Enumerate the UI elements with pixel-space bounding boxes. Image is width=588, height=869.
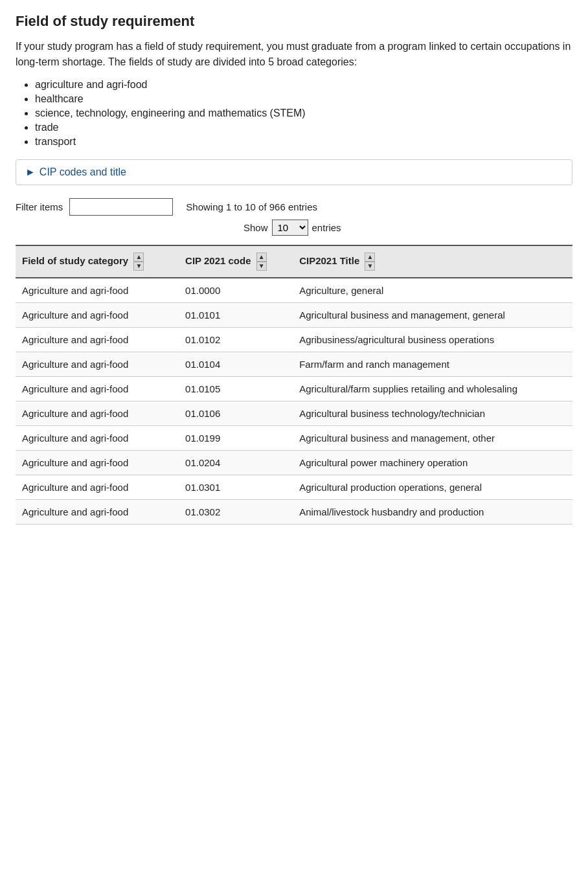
category-item: healthcare — [35, 93, 572, 105]
cell-study-category: Agriculture and agri-food — [16, 426, 179, 451]
cell-study-category: Agriculture and agri-food — [16, 377, 179, 401]
table-row: Agriculture and agri-food01.0102Agribusi… — [16, 328, 572, 352]
cell-cip-code: 01.0000 — [179, 278, 293, 303]
col-header-study-category: Field of study category ▲ ▼ — [16, 245, 179, 278]
entries-per-page-select[interactable]: 102550100 — [272, 220, 308, 236]
cell-study-category: Agriculture and agri-food — [16, 352, 179, 377]
category-item: transport — [35, 136, 572, 148]
cell-study-category: Agriculture and agri-food — [16, 328, 179, 352]
sort-desc-icon[interactable]: ▼ — [365, 262, 375, 271]
col-header-cip-title: CIP2021 Title ▲ ▼ — [293, 245, 572, 278]
cell-cip-title: Agricultural power machinery operation — [293, 451, 572, 475]
categories-list: agriculture and agri-foodhealthcarescien… — [35, 79, 572, 148]
table-row: Agriculture and agri-food01.0199Agricult… — [16, 426, 572, 451]
table-row: Agriculture and agri-food01.0105Agricult… — [16, 377, 572, 401]
cell-cip-code: 01.0301 — [179, 475, 293, 500]
showing-text: Showing 1 to 10 of 966 entries — [186, 201, 317, 212]
cell-cip-code: 01.0105 — [179, 377, 293, 401]
accordion-label: CIP codes and title — [40, 166, 126, 178]
table-row: Agriculture and agri-food01.0106Agricult… — [16, 401, 572, 426]
cell-study-category: Agriculture and agri-food — [16, 500, 179, 525]
show-label: Show — [243, 222, 268, 233]
table-row: Agriculture and agri-food01.0101Agricult… — [16, 303, 572, 328]
category-item: agriculture and agri-food — [35, 79, 572, 91]
cell-cip-title: Agricultural/farm supplies retailing and… — [293, 377, 572, 401]
cell-study-category: Agriculture and agri-food — [16, 303, 179, 328]
sort-asc-icon[interactable]: ▲ — [133, 253, 144, 262]
cip-accordion[interactable]: ► CIP codes and title — [16, 159, 572, 185]
cell-cip-title: Agricultural business and management, ge… — [293, 303, 572, 328]
cell-cip-code: 01.0106 — [179, 401, 293, 426]
intro-text: If your study program has a field of stu… — [16, 39, 572, 70]
cell-cip-title: Animal/livestock husbandry and productio… — [293, 500, 572, 525]
sort-cip-title[interactable]: ▲ ▼ — [365, 253, 375, 271]
cell-cip-title: Agriculture, general — [293, 278, 572, 303]
table-row: Agriculture and agri-food01.0301Agricult… — [16, 475, 572, 500]
cell-study-category: Agriculture and agri-food — [16, 278, 179, 303]
cell-cip-code: 01.0204 — [179, 451, 293, 475]
sort-asc-icon[interactable]: ▲ — [256, 253, 267, 262]
table-row: Agriculture and agri-food01.0204Agricult… — [16, 451, 572, 475]
table-row: Agriculture and agri-food01.0104Farm/far… — [16, 352, 572, 377]
cell-cip-title: Agricultural business and management, ot… — [293, 426, 572, 451]
cell-cip-code: 01.0199 — [179, 426, 293, 451]
cell-cip-code: 01.0302 — [179, 500, 293, 525]
category-item: trade — [35, 122, 572, 133]
cell-cip-title: Agricultural business technology/technic… — [293, 401, 572, 426]
sort-desc-icon[interactable]: ▼ — [133, 262, 144, 271]
cell-study-category: Agriculture and agri-food — [16, 401, 179, 426]
cell-cip-title: Farm/farm and ranch management — [293, 352, 572, 377]
cell-cip-code: 01.0101 — [179, 303, 293, 328]
accordion-arrow-icon: ► — [25, 166, 36, 178]
cip-table: Field of study category ▲ ▼ CIP 2021 cod… — [16, 245, 572, 525]
cell-cip-title: Agribusiness/agricultural business opera… — [293, 328, 572, 352]
sort-desc-icon[interactable]: ▼ — [256, 262, 267, 271]
cell-cip-code: 01.0102 — [179, 328, 293, 352]
col-header-cip-code: CIP 2021 code ▲ ▼ — [179, 245, 293, 278]
table-row: Agriculture and agri-food01.0302Animal/l… — [16, 500, 572, 525]
sort-asc-icon[interactable]: ▲ — [365, 253, 375, 262]
cell-study-category: Agriculture and agri-food — [16, 475, 179, 500]
table-row: Agriculture and agri-food01.0000Agricult… — [16, 278, 572, 303]
entries-label: entries — [312, 222, 341, 233]
filter-input[interactable] — [69, 198, 173, 216]
page-title: Field of study requirement — [16, 13, 572, 30]
sort-study-category[interactable]: ▲ ▼ — [133, 253, 144, 271]
cell-cip-title: Agricultural production operations, gene… — [293, 475, 572, 500]
sort-cip-code[interactable]: ▲ ▼ — [256, 253, 267, 271]
cell-cip-code: 01.0104 — [179, 352, 293, 377]
cell-study-category: Agriculture and agri-food — [16, 451, 179, 475]
category-item: science, technology, engineering and mat… — [35, 107, 572, 119]
filter-label: Filter items — [16, 201, 63, 212]
